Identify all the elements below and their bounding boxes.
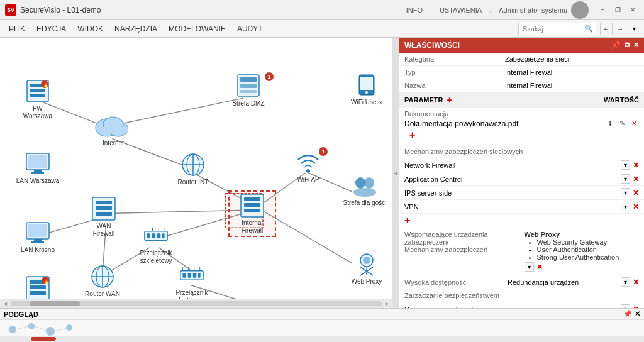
node-wan-fw[interactable]: WANFirewall (82, 196, 126, 238)
svg-rect-27 (240, 84, 257, 88)
settings-link[interactable]: USTAWIENIA (440, 6, 482, 14)
node-przel-dostep[interactable]: Przełącznikdostępowy (167, 263, 217, 304)
mech-remove-2[interactable]: ✕ (633, 189, 639, 197)
scroll-thumb[interactable] (30, 301, 80, 306)
menu-widok[interactable]: WIDOK (72, 23, 108, 35)
minimize-button[interactable]: − (596, 4, 609, 16)
node-label-fw-warszawa: FWWarszawa (23, 105, 52, 120)
nav-back-button[interactable]: ← (600, 23, 613, 35)
firewall-icon-fw-warszawa: 🔥 (25, 79, 50, 104)
node-strefa-gosci[interactable]: Strefa dla gości (340, 173, 390, 207)
node-strefa-dmz[interactable]: Strefa DMZ 1 (223, 72, 274, 108)
zarz-value-0: Rejestrowanie zdarzeń (404, 306, 618, 309)
bottom-area: PODGLĄD 📌 ✕ (0, 308, 644, 342)
scroll-right-btn[interactable]: ► (384, 301, 390, 307)
add-param-button[interactable]: + (447, 95, 452, 105)
mech-dropdown-0[interactable]: ▾ (621, 160, 630, 170)
search-button[interactable]: 🔍 (582, 25, 596, 33)
panel-pin-icon[interactable]: 📌 (611, 41, 621, 50)
node-internet[interactable]: Internet (88, 110, 138, 147)
node-przel-szkiel[interactable]: Przełącznikszkieletowy (131, 223, 181, 265)
mech-remove-1[interactable]: ✕ (633, 175, 639, 184)
search-input[interactable] (519, 23, 582, 35)
wspo-actions: ▾ ✕ (525, 262, 640, 272)
zarz-dropdown-0[interactable]: ▾ (621, 304, 630, 308)
svg-line-104 (55, 328, 66, 331)
node-internal-fw[interactable]: InternalFirewall (230, 192, 275, 236)
mech-dropdown-2[interactable]: ▾ (621, 188, 630, 197)
wysoka-remove-button[interactable]: ✕ (633, 278, 639, 287)
svg-rect-30 (360, 77, 373, 90)
nav-fwd-button[interactable]: → (614, 23, 626, 35)
avatar (571, 1, 589, 19)
panel-title: WŁAŚCIWOŚCI (404, 41, 460, 50)
menu-modelowanie[interactable]: MODELOWANIE (164, 23, 231, 35)
svg-line-5 (109, 210, 240, 213)
node-router-int[interactable]: Router INT (171, 152, 215, 186)
svg-rect-70 (182, 273, 186, 277)
diagram-canvas[interactable]: 🔥 FWWarszawa Internet (0, 38, 399, 308)
preview-scrollbar[interactable] (0, 336, 644, 342)
preview-title: PODGLĄD (4, 311, 38, 318)
svg-point-31 (365, 91, 368, 94)
doc-download-button[interactable]: ⬇ (606, 119, 615, 128)
menu-plik[interactable]: PLIK (4, 23, 30, 35)
svg-line-102 (16, 326, 28, 329)
wspo-bullet-0: Web Security Gateway (537, 238, 640, 246)
badge-strefa-dmz: 1 (265, 72, 274, 81)
doc-delete-button[interactable]: ✕ (630, 119, 639, 128)
nav-down-button[interactable]: ▾ (628, 23, 640, 35)
scroll-left-btn[interactable]: ◄ (3, 301, 8, 307)
wspo-dropdown-button[interactable]: ▾ (525, 262, 534, 272)
svg-rect-18 (30, 94, 45, 97)
zarz-remove-0[interactable]: ✕ (633, 305, 639, 309)
node-lan-warszawa[interactable]: LAN Warszawa (16, 151, 60, 185)
node-router-wan[interactable]: Router WAN (77, 264, 128, 298)
wspo-bullet-2: Strong User Authentication (537, 253, 640, 261)
kategoria-row: Kategoria Zabezpieczenia sieci (399, 53, 644, 66)
close-button[interactable]: ✕ (626, 4, 639, 16)
tablet-icon (354, 72, 379, 97)
restore-button[interactable]: ❐ (611, 4, 624, 16)
menu-narzedzia[interactable]: NARZĘDZIA (109, 23, 162, 35)
mech-remove-3[interactable]: ✕ (633, 202, 639, 211)
doc-add-button[interactable]: + (404, 128, 639, 142)
panel-header: WŁAŚCIWOŚCI 📌 ⧉ ✕ (399, 38, 644, 53)
preview-icons: 📌 ✕ (623, 310, 640, 318)
node-label-wifi-ap: WiFi AP (297, 176, 319, 184)
panel-detach-icon[interactable]: ⧉ (625, 41, 630, 50)
wspo-bullets: Web Security Gateway User Authentication… (537, 238, 640, 261)
cloud-icon (94, 110, 132, 138)
svg-point-99 (28, 323, 35, 329)
node-wifi-ap[interactable]: WiFi AP 1 (286, 150, 330, 184)
svg-rect-73 (198, 273, 201, 277)
node-wifi-users[interactable]: WiFi Users (343, 72, 390, 106)
mech-add-button[interactable]: + (399, 214, 644, 228)
node-label-internal-fw: InternalFirewall (242, 219, 263, 234)
preview-close-icon[interactable]: ✕ (635, 310, 640, 318)
menu-edycja[interactable]: EDYCJA (31, 23, 71, 35)
mech-remove-0[interactable]: ✕ (633, 161, 639, 170)
wspo-remove-button[interactable]: ✕ (536, 262, 543, 272)
node-label-lan-krosno: LAN Krosno (21, 246, 55, 254)
mech-dropdown-1[interactable]: ▾ (621, 174, 630, 184)
collapse-handle[interactable]: ◀ (392, 38, 399, 308)
h-scrollbar[interactable]: ◄ ► (0, 299, 392, 308)
wysoka-row: Wysoka dostępność Redundancja urządzeń ▾… (399, 275, 644, 289)
node-fw-warszawa[interactable]: 🔥 FWWarszawa (16, 79, 60, 120)
preview-pin-icon[interactable]: 📌 (623, 310, 632, 318)
zarz-label: Zarządzanie bezpieczeństwem (404, 292, 499, 299)
mech-dropdown-3[interactable]: ▾ (621, 202, 630, 211)
info-link[interactable]: INFO (406, 6, 423, 14)
wysoka-dropdown-button[interactable]: ▾ (621, 277, 630, 287)
dokumentacja-label: Dokumentacja (404, 110, 639, 118)
menu-audyt[interactable]: AUDYT (232, 23, 268, 35)
scroll-track (11, 301, 382, 306)
doc-filename: Dokumentacja powykonawcza.pdf (404, 119, 518, 128)
node-web-proxy[interactable]: Web Proxy (345, 251, 389, 285)
preview-scroll-thumb[interactable] (31, 337, 56, 341)
node-lan-krosno[interactable]: LAN Krosno (16, 220, 60, 254)
panel-close-icon[interactable]: ✕ (633, 41, 639, 50)
doc-edit-button[interactable]: ✎ (618, 119, 627, 128)
switch-icon-dostep (179, 263, 204, 288)
